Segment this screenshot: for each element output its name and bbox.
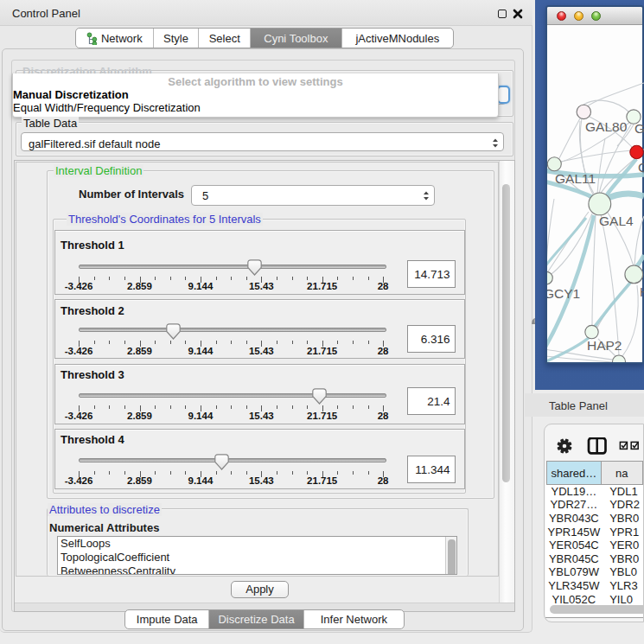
svg-text:H: H [640, 284, 644, 299]
svg-text:G: G [638, 160, 644, 175]
svg-text:GA: GA [634, 121, 644, 136]
svg-text:GAL11: GAL11 [555, 171, 596, 186]
svg-text:GAL4: GAL4 [599, 214, 634, 228]
svg-text:GAL80: GAL80 [585, 119, 628, 134]
svg-text:HAP2: HAP2 [587, 338, 622, 353]
svg-text:GCY1: GCY1 [547, 286, 580, 301]
